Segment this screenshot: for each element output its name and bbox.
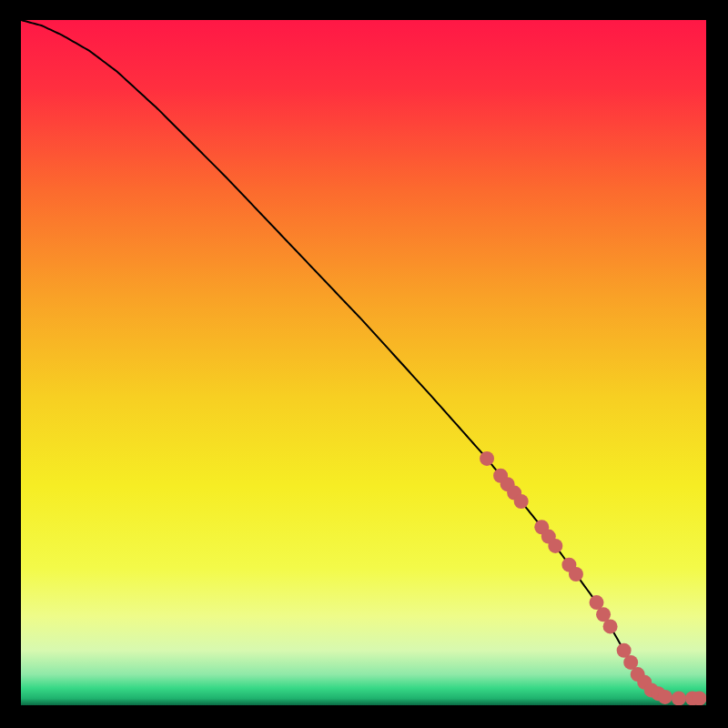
chart-frame: TheBottleneck.com	[21, 20, 706, 705]
marker-dot	[658, 690, 672, 704]
marker-dot	[603, 619, 618, 633]
marker-dot	[672, 691, 686, 705]
chart-svg	[21, 20, 706, 705]
marker-dot	[480, 451, 494, 466]
marker-dot	[548, 539, 562, 553]
marker-dot	[569, 567, 583, 581]
marker-dot	[514, 494, 529, 509]
